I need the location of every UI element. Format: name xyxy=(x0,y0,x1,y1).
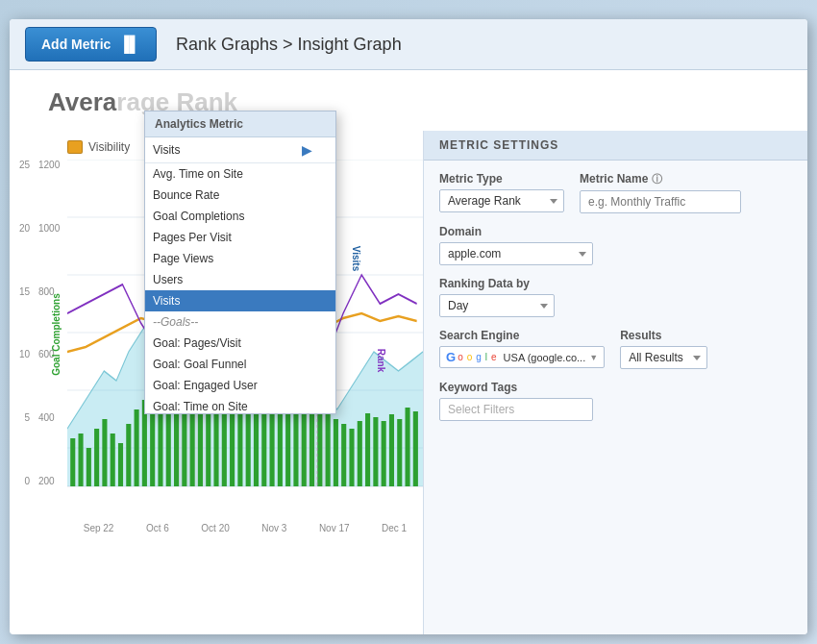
settings-header-text: METRIC SETTINGS xyxy=(439,138,558,152)
search-engine-select[interactable]: G o o g l e USA (google.co... ▼ xyxy=(439,346,605,368)
keyword-tags-label: Keyword Tags xyxy=(439,381,593,394)
analytics-dropdown: Analytics Metric Visits ▶ Avg. Time on S… xyxy=(144,111,336,414)
keyword-tags-filter[interactable]: Select Filters xyxy=(439,398,593,421)
dropdown-item-page-views[interactable]: Page Views xyxy=(145,248,335,269)
svg-rect-14 xyxy=(111,433,115,486)
visits-axis-label: Visits xyxy=(351,245,361,271)
visibility-label: Visibility xyxy=(88,140,130,154)
google-g-green: l xyxy=(485,352,487,362)
bar-chart-icon: ▐▌ xyxy=(118,36,140,53)
goal-axis-label: Goal Completions xyxy=(51,293,62,376)
top-bar: Add Metric ▐▌ Rank Graphs > Insight Grap… xyxy=(10,19,807,70)
x-label-nov17: Nov 17 xyxy=(319,523,350,533)
search-engine-label: Search Engine xyxy=(439,329,605,342)
google-g-blue2: g xyxy=(476,352,482,362)
settings-panel: METRIC SETTINGS Metric Type Average Rank… xyxy=(423,131,807,634)
dropdown-item-bounce-rate[interactable]: Bounce Rate xyxy=(145,185,335,206)
dropdown-item-goal-engaged[interactable]: Goal: Engaged User xyxy=(145,375,335,396)
svg-rect-20 xyxy=(158,405,162,486)
google-g-red: o xyxy=(458,352,463,362)
svg-rect-50 xyxy=(397,419,402,486)
visibility-color-swatch xyxy=(67,140,83,154)
rank-axis-label: Rank xyxy=(376,348,386,371)
svg-rect-42 xyxy=(334,419,338,486)
svg-rect-40 xyxy=(317,409,322,486)
svg-rect-49 xyxy=(389,414,394,486)
content-area: Visibility Visits (Tra... 25 20 15 10 5 … xyxy=(10,131,807,634)
ranking-data-label: Ranking Data by xyxy=(439,277,555,290)
google-g-blue: G xyxy=(446,350,456,364)
svg-rect-19 xyxy=(150,414,155,486)
svg-rect-43 xyxy=(341,424,346,486)
dropdown-item-goal-pages[interactable]: Goal: Pages/Visit xyxy=(145,333,335,354)
dropdown-item-goal-funnel[interactable]: Goal: Goal Funnel xyxy=(145,354,335,375)
svg-rect-52 xyxy=(413,411,418,486)
y-axis-left: 25 20 15 10 5 0 xyxy=(19,160,30,486)
ranking-data-select[interactable]: Day Week Month xyxy=(439,294,555,317)
svg-rect-9 xyxy=(70,438,75,486)
svg-rect-15 xyxy=(118,443,123,486)
settings-row-3: Ranking Data by Day Week Month xyxy=(439,277,792,317)
x-label-oct6: Oct 6 xyxy=(146,523,169,533)
x-label-sep22: Sep 22 xyxy=(84,523,114,533)
settings-row-5: Keyword Tags Select Filters xyxy=(439,381,792,421)
chart-title-text: Avera xyxy=(48,87,116,116)
results-label: Results xyxy=(620,329,707,342)
y-axis-rank-label: Rank xyxy=(374,348,391,371)
keyword-tags-field: Keyword Tags Select Filters xyxy=(439,381,593,421)
dropdown-arrow-icon: ▶ xyxy=(302,142,312,158)
results-field: Results All Results Top 10 Top 20 xyxy=(620,329,707,369)
metric-name-label: Metric Name ⓘ xyxy=(580,172,741,186)
add-metric-button[interactable]: Add Metric ▐▌ xyxy=(25,27,157,62)
y-axis-goal-label: Goal Completions xyxy=(46,293,63,376)
dropdown-item-goal-completions[interactable]: Goal Completions xyxy=(145,206,335,227)
metric-name-info-icon[interactable]: ⓘ xyxy=(652,173,662,185)
svg-rect-39 xyxy=(309,405,314,486)
chart-title-row: Averarage Rank xyxy=(10,70,807,131)
svg-rect-17 xyxy=(135,409,139,486)
svg-rect-11 xyxy=(87,448,91,486)
metric-name-field: Metric Name ⓘ xyxy=(580,172,741,213)
metric-type-select[interactable]: Average Rank Visibility Goal Completions… xyxy=(439,189,564,212)
dropdown-item-avg-time[interactable]: Avg. Time on Site xyxy=(145,163,335,185)
x-label-oct20: Oct 20 xyxy=(201,523,229,533)
settings-row-2: Domain apple.com xyxy=(439,225,792,265)
svg-rect-45 xyxy=(358,421,362,486)
dropdown-item-visits[interactable]: Visits xyxy=(145,290,335,311)
dropdown-item-pages-per-visit[interactable]: Pages Per Visit xyxy=(145,227,335,248)
settings-body: Metric Type Average Rank Visibility Goal… xyxy=(424,161,807,444)
metric-type-field: Metric Type Average Rank Visibility Goal… xyxy=(439,172,564,213)
y-axis-visits-label: Visits xyxy=(349,245,366,271)
dropdown-list: Avg. Time on Site Bounce Rate Goal Compl… xyxy=(145,163,335,413)
metric-type-label: Metric Type xyxy=(439,172,564,186)
google-label-text: USA (google.co... xyxy=(504,352,586,363)
dropdown-item-goal-time[interactable]: Goal: Time on Site xyxy=(145,396,335,413)
svg-rect-47 xyxy=(373,417,378,486)
search-engine-chevron: ▼ xyxy=(589,353,598,362)
add-metric-label: Add Metric xyxy=(41,37,111,52)
domain-field: Domain apple.com xyxy=(439,225,593,265)
svg-rect-16 xyxy=(126,424,131,486)
dropdown-header: Analytics Metric xyxy=(145,111,335,137)
dropdown-current-value[interactable]: Visits ▶ xyxy=(145,137,335,163)
svg-rect-12 xyxy=(94,429,99,486)
settings-row-4: Search Engine G o o g l e USA (google.co… xyxy=(439,329,792,369)
settings-header: METRIC SETTINGS xyxy=(424,131,807,161)
svg-rect-51 xyxy=(406,408,410,486)
svg-rect-46 xyxy=(365,413,370,486)
x-label-nov3: Nov 3 xyxy=(261,523,286,533)
main-panel: Add Metric ▐▌ Rank Graphs > Insight Grap… xyxy=(10,19,807,634)
dropdown-section-goals: --Goals-- xyxy=(145,311,335,333)
domain-select[interactable]: apple.com xyxy=(439,242,593,265)
ranking-data-field: Ranking Data by Day Week Month xyxy=(439,277,555,317)
svg-rect-13 xyxy=(102,419,107,486)
breadcrumb: Rank Graphs > Insight Graph xyxy=(176,35,402,55)
x-axis: Sep 22 Oct 6 Oct 20 Nov 3 Nov 17 Dec 1 xyxy=(67,519,423,533)
svg-rect-48 xyxy=(382,421,386,486)
results-select[interactable]: All Results Top 10 Top 20 xyxy=(620,346,707,369)
dropdown-item-users[interactable]: Users xyxy=(145,269,335,290)
svg-rect-41 xyxy=(326,414,331,486)
metric-name-input[interactable] xyxy=(580,190,741,213)
domain-label: Domain xyxy=(439,225,593,238)
search-engine-field: Search Engine G o o g l e USA (google.co… xyxy=(439,329,605,369)
